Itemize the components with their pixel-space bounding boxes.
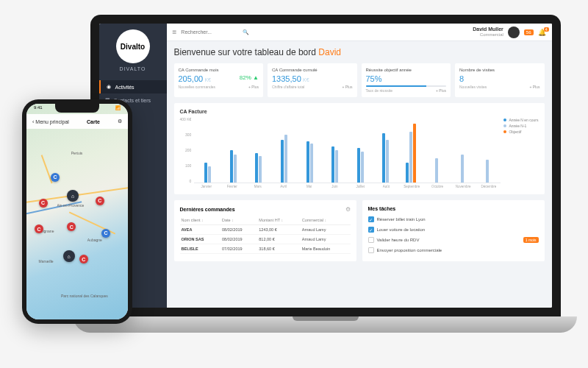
phone-notch xyxy=(55,104,99,113)
orders-title: Dernières commandes xyxy=(180,207,235,212)
task-item[interactable]: ✓Réserver billet train Lyon xyxy=(368,214,539,224)
checkbox-icon[interactable]: ✓ xyxy=(368,216,374,222)
topbar: ≡ 🔍 David Muller Commercial 56 🔔4 xyxy=(167,24,552,41)
tasks-panel: Mes tâches ✓Réserver billet train Lyon✓L… xyxy=(362,200,545,261)
table-row[interactable]: ORION SAS08/02/2019812,00 €Arnaud Lamy xyxy=(180,235,351,244)
phone-header: ‹ Menu principal Carte ⚙ xyxy=(26,114,128,129)
map-city-label: Pertuis xyxy=(71,151,83,155)
kpi-card[interactable]: CA Commande cumulé1335,50 K€Chiffre d'af… xyxy=(268,63,357,97)
map-pin[interactable]: ⌂ xyxy=(63,250,75,262)
sidebar-item-activites[interactable]: ◉ Activités xyxy=(99,80,167,93)
table-row[interactable]: AVEA08/02/20191243,00 €Arnaud Lamy xyxy=(180,225,351,235)
avatar[interactable] xyxy=(508,26,520,38)
map-pin[interactable]: C xyxy=(35,224,43,233)
brand-label: DIVALTO xyxy=(120,66,146,71)
search: 🔍 xyxy=(181,29,468,35)
chart-x-axis: JanvierFévrierMarsAvrilMaiJuinJuilletAoû… xyxy=(194,185,501,188)
bell-icon[interactable]: 🔔4 xyxy=(538,29,546,36)
gear-icon[interactable]: ⚙ xyxy=(345,206,351,213)
brand-logo: Divalto xyxy=(116,29,150,63)
orders-panel: Dernières commandes ⚙ Nom client ↕Date ↕… xyxy=(174,200,356,261)
map-city-label: Aubagne xyxy=(87,238,102,242)
checkbox-icon[interactable] xyxy=(368,247,374,253)
activity-icon: ◉ xyxy=(107,84,112,90)
table-header[interactable]: Date ↕ xyxy=(220,216,257,225)
map-pin[interactable]: C xyxy=(51,173,60,182)
user-info[interactable]: David Muller Commercial xyxy=(473,26,503,37)
map-pin[interactable]: C xyxy=(79,255,88,263)
user-name: David Muller xyxy=(473,26,503,32)
chart-y-axis: 400 K€3002001000 xyxy=(180,117,192,183)
back-button[interactable]: ‹ Menu principal xyxy=(32,119,69,124)
table-header[interactable]: Commercial ↕ xyxy=(301,216,351,225)
map-pin[interactable]: C xyxy=(101,229,110,238)
kpi-row: CA Commande mois205,00 K€82% ▲Nouvelles … xyxy=(174,63,545,97)
page-title: Bienvenue sur votre tableau de bord Davi… xyxy=(174,47,545,57)
user-role: Commercial xyxy=(473,32,503,38)
task-item[interactable]: ✓Louer voiture de location xyxy=(368,224,539,235)
table-header[interactable]: Nom client ↕ xyxy=(180,216,221,225)
search-input[interactable] xyxy=(181,29,240,35)
map-pin[interactable]: ⌂ xyxy=(67,190,79,202)
task-item[interactable]: Envoyer proposition commerciale xyxy=(368,245,539,255)
phone-signal-icon: 📶 xyxy=(115,105,121,110)
chart-card: CA Facture 400 K€3002001000 JanvierFévri… xyxy=(174,103,545,194)
notif-count: 4 xyxy=(544,27,549,32)
tasks-title: Mes tâches xyxy=(368,206,396,211)
phone-frame: 9:41 📶 ‹ Menu principal Carte ⚙ PertuisA… xyxy=(22,99,132,324)
laptop-frame: Divalto DIVALTO ◉ Activités ▦ Contacts e… xyxy=(74,15,577,346)
phone-time: 9:41 xyxy=(34,105,43,110)
table-header[interactable]: Montant HT ↕ xyxy=(257,216,300,225)
phone-title: Carte xyxy=(87,119,100,124)
table-row[interactable]: BELISLE07/02/2019318,60 €Marie Beaudoin xyxy=(180,244,351,254)
map[interactable]: PertuisAix-en-ProvenceMarignaneAubagneMa… xyxy=(26,104,128,319)
kpi-card[interactable]: CA Commande mois205,00 K€82% ▲Nouvelles … xyxy=(174,63,264,97)
checkbox-icon[interactable]: ✓ xyxy=(368,227,374,233)
map-pin[interactable]: C xyxy=(67,222,76,231)
kpi-card[interactable]: Réussite objectif année75%Taux de réussi… xyxy=(362,63,451,97)
map-pin[interactable]: C xyxy=(39,199,48,208)
map-city-label: Parc national des Calanques xyxy=(61,294,108,298)
map-city-label: Marseille xyxy=(39,259,54,263)
message-badge[interactable]: 56 xyxy=(524,29,534,35)
chart-legend: Année N en coursAnnée N-1Objectif xyxy=(503,117,538,188)
gear-icon[interactable]: ⚙ xyxy=(118,118,122,124)
task-item[interactable]: Valider heure du RDV1 mois xyxy=(368,235,539,245)
chart-title: CA Facture xyxy=(180,109,539,114)
orders-table: Nom client ↕Date ↕Montant HT ↕Commercial… xyxy=(180,216,351,254)
chart-bars xyxy=(194,117,501,183)
sidebar-item-label: Activités xyxy=(115,85,135,90)
menu-icon[interactable]: ≡ xyxy=(173,28,177,36)
search-icon[interactable]: 🔍 xyxy=(243,29,249,35)
map-city-label: Aix-en-Provence xyxy=(57,203,84,208)
kpi-card[interactable]: Nombre de visites8Nouvelles visites+ Plu… xyxy=(455,63,545,97)
checkbox-icon[interactable] xyxy=(368,237,374,243)
main-content: ≡ 🔍 David Muller Commercial 56 🔔4 Bienve… xyxy=(167,24,552,308)
map-pin[interactable]: C xyxy=(96,197,104,205)
